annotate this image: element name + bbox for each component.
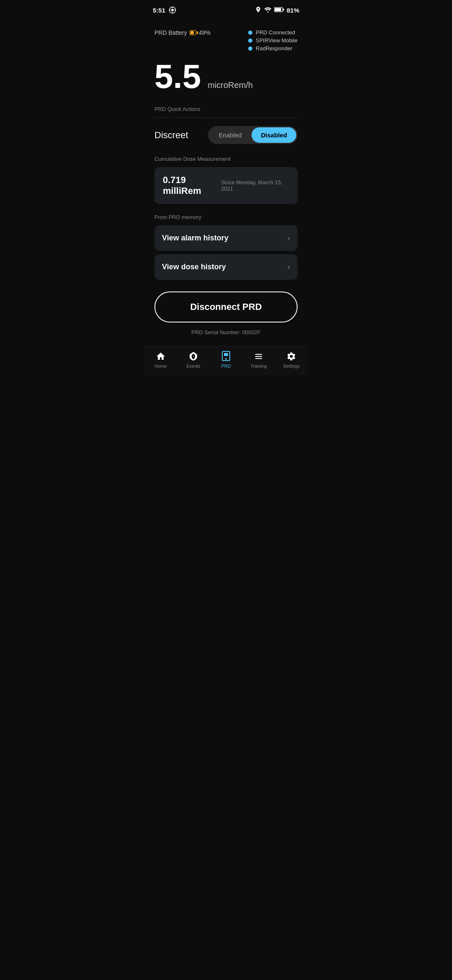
home-icon — [155, 351, 166, 362]
view-alarm-history-item[interactable]: View alarm history › — [154, 225, 298, 251]
prd-header: PRD Battery 49% PRD Connected SPIRView M… — [154, 29, 298, 52]
dose-since: Since Monday, March 15, 2021 — [221, 179, 289, 192]
dose-card: 0.719 milliRem Since Monday, March 15, 2… — [154, 167, 298, 204]
discreet-label: Discreet — [154, 130, 188, 141]
prd-nav-icon — [221, 351, 231, 362]
disconnect-button[interactable]: Disconnect PRD — [154, 291, 298, 322]
status-bar: 5:51 — [144, 0, 308, 18]
nav-item-training[interactable]: Training — [246, 351, 271, 369]
discreet-toggle-group[interactable]: Enabled Disabled — [208, 126, 298, 144]
status-label-prd: PRD Connected — [256, 29, 295, 36]
reading-value: 5.5 — [154, 60, 201, 93]
quick-actions-label: PRD Quick Actions — [154, 106, 298, 112]
memory-section: From PRD memory View alarm history › Vie… — [154, 214, 298, 280]
events-icon — [188, 351, 199, 362]
bottom-nav: Home Events PRD Training — [144, 346, 308, 375]
view-dose-history-item[interactable]: View dose history › — [154, 254, 298, 280]
svg-point-12 — [225, 358, 227, 360]
battery-icon — [274, 7, 284, 14]
settings-icon — [286, 351, 297, 362]
svg-rect-11 — [224, 353, 228, 356]
view-dose-history-label: View dose history — [162, 263, 226, 271]
cumulative-label: Cumulative Dose Measurement — [154, 156, 298, 162]
main-content: PRD Battery 49% PRD Connected SPIRView M… — [144, 18, 308, 346]
nav-label-home: Home — [154, 364, 167, 369]
quick-actions-section: PRD Quick Actions — [154, 106, 298, 118]
toggle-disabled-button[interactable]: Disabled — [252, 127, 296, 143]
alarm-chevron-icon: › — [288, 234, 290, 242]
prd-status-list: PRD Connected SPIRView Mobile RadRespond… — [248, 29, 298, 52]
nav-label-training: Training — [250, 364, 267, 369]
battery-percent: 81% — [287, 7, 299, 14]
training-icon — [253, 351, 264, 362]
location-icon — [255, 6, 262, 14]
status-dot-prd — [248, 31, 252, 35]
nav-label-events: Events — [186, 364, 200, 369]
dose-chevron-icon: › — [288, 263, 290, 271]
target-icon — [169, 6, 176, 14]
nav-label-settings: Settings — [283, 364, 300, 369]
prd-battery-label: PRD Battery — [154, 29, 187, 36]
discreet-row: Discreet Enabled Disabled — [154, 126, 298, 144]
nav-item-home[interactable]: Home — [148, 351, 173, 369]
status-label-spirview: SPIRView Mobile — [256, 37, 298, 44]
status-dot-radresponder — [248, 46, 252, 51]
wifi-icon — [264, 7, 272, 14]
cumulative-section: Cumulative Dose Measurement 0.719 milliR… — [154, 156, 298, 204]
svg-rect-7 — [283, 8, 284, 10]
status-item-spirview: SPIRView Mobile — [248, 37, 298, 44]
memory-label: From PRD memory — [154, 214, 298, 220]
status-item-prd: PRD Connected — [248, 29, 295, 36]
prd-battery-icon — [190, 30, 196, 35]
prd-battery-info: PRD Battery 49% — [154, 29, 211, 36]
nav-item-events[interactable]: Events — [181, 351, 206, 369]
reading-display: 5.5 microRem/h — [154, 60, 298, 93]
nav-item-settings[interactable]: Settings — [279, 351, 304, 369]
svg-point-9 — [193, 356, 194, 357]
status-item-radresponder: RadResponder — [248, 45, 292, 52]
dose-value: 0.719 milliRem — [163, 175, 221, 196]
toggle-enabled-button[interactable]: Enabled — [209, 127, 251, 143]
prd-battery-percent: 49% — [199, 29, 211, 36]
svg-point-1 — [171, 9, 174, 11]
nav-label-prd: PRD — [221, 364, 231, 369]
divider-1 — [154, 117, 298, 118]
status-left: 5:51 — [153, 6, 176, 14]
serial-number: PRD Serial Number: 00002F — [154, 329, 298, 335]
status-right: 81% — [255, 6, 299, 14]
view-alarm-history-label: View alarm history — [162, 234, 229, 242]
time-display: 5:51 — [153, 7, 165, 14]
status-label-radresponder: RadResponder — [256, 45, 292, 52]
nav-item-prd[interactable]: PRD — [213, 351, 239, 369]
svg-rect-8 — [275, 8, 281, 11]
status-dot-spirview — [248, 39, 252, 43]
reading-unit: microRem/h — [208, 80, 253, 90]
